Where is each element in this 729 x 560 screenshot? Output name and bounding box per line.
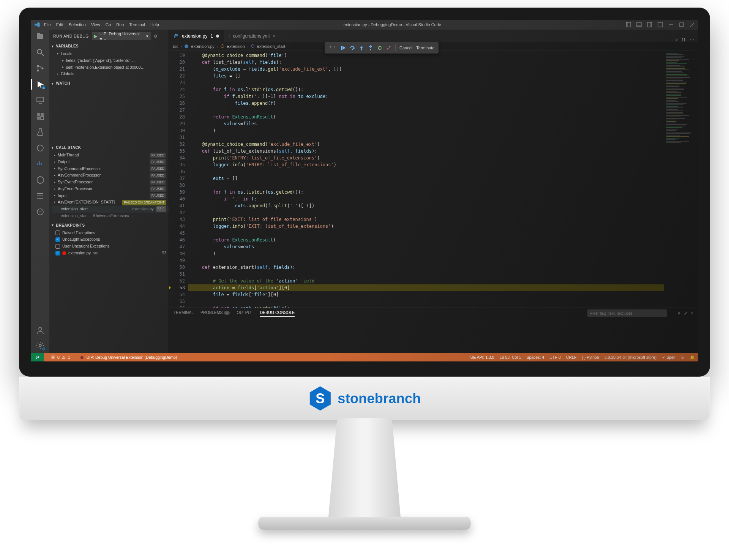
spell-status[interactable]: ✓ Spell	[662, 355, 675, 360]
breakpoint-file[interactable]: ✓extension.pysrc53	[53, 250, 169, 257]
stack-frame[interactable]: extension_startextension.py53:1	[52, 206, 169, 213]
language-status[interactable]: { } Python	[582, 355, 599, 360]
callstack-header[interactable]: ▾CALL STACK	[49, 144, 169, 151]
menu-file[interactable]: File	[44, 22, 51, 27]
extensions-icon[interactable]	[36, 112, 45, 121]
eol-status[interactable]: CRLF	[566, 355, 576, 360]
explorer-icon[interactable]	[36, 32, 45, 41]
debug-status[interactable]: 🐞 UIP: Debug Universal Extension (Debugg…	[77, 353, 180, 361]
menu-view[interactable]: View	[91, 22, 100, 27]
tab-output[interactable]: OUTPUT	[237, 310, 253, 316]
account-icon[interactable]	[36, 326, 45, 335]
expand-icon[interactable]: ⤢	[684, 311, 687, 315]
svg-point-33	[39, 327, 42, 330]
run-debug-icon[interactable]: 1	[36, 80, 45, 89]
layout-icon[interactable]	[626, 22, 631, 27]
tab-debug-console[interactable]: DEBUG CONSOLE	[260, 310, 295, 317]
layout2-icon[interactable]	[647, 22, 652, 27]
thread-row[interactable]: ▸SynCommandProcessorPAUSED	[52, 166, 169, 172]
indent-status[interactable]: Spaces: 4	[526, 355, 544, 360]
variables-header[interactable]: ▾VARIABLES	[49, 43, 169, 50]
interpreter-status[interactable]: 3.8.10 64-bit (microsoft store)	[604, 355, 656, 360]
maximize-icon[interactable]	[679, 22, 684, 27]
menu-edit[interactable]: Edit	[56, 22, 63, 27]
step-into-icon[interactable]	[359, 45, 364, 50]
clear-icon[interactable]: ≡	[678, 311, 680, 315]
globals-node[interactable]: ▸Globals	[55, 71, 169, 77]
run-icon[interactable]: ▷	[675, 37, 678, 42]
code-editor[interactable]: 1920212223242526272829303132333435363738…	[169, 50, 698, 308]
config-gear-icon[interactable]: ⚙	[154, 34, 158, 39]
svg-point-13	[37, 65, 39, 67]
thread-row[interactable]: ▸SynEventProcessorPAUSED	[52, 179, 169, 186]
tab-close-icon[interactable]: ×	[273, 33, 275, 39]
step-over-icon[interactable]	[350, 45, 355, 50]
breakpoint-option[interactable]: ✓Uncaught Exceptions	[53, 236, 169, 243]
watch-header[interactable]: ▾WATCH	[49, 80, 169, 87]
testing-icon[interactable]	[36, 128, 45, 137]
list-icon[interactable]	[36, 191, 45, 200]
menu-bar[interactable]: File Edit Selection View Go Run Terminal…	[44, 22, 159, 27]
more-icon[interactable]: ⋯	[690, 37, 694, 42]
search-icon[interactable]	[36, 48, 45, 57]
tab-extension-py[interactable]: extension.py 1	[169, 30, 224, 42]
tab-terminal[interactable]: TERMINAL	[174, 310, 194, 316]
more-icon[interactable]: ⋯	[161, 34, 165, 39]
terminate-button[interactable]: Terminate	[416, 46, 434, 50]
customize-icon[interactable]	[658, 22, 663, 27]
menu-help[interactable]: Help	[150, 22, 159, 27]
restart-icon[interactable]	[377, 45, 382, 50]
minimize-icon[interactable]	[668, 22, 674, 27]
drag-handle-icon[interactable]: ⋮⋮	[328, 46, 337, 50]
menu-go[interactable]: Go	[106, 22, 111, 27]
remote-indicator[interactable]	[31, 353, 44, 361]
panel-icon[interactable]	[636, 22, 642, 27]
menu-run[interactable]: Run	[116, 22, 124, 27]
debug-toolbar[interactable]: ⋮⋮ Cancel Terminate	[325, 42, 439, 54]
svg-rect-37	[341, 46, 342, 50]
step-out-icon[interactable]	[368, 45, 373, 50]
filter-input[interactable]: Filter (e.g. text, !exclude)	[587, 309, 667, 317]
tab-configurations-yml[interactable]: ! configurations.yml ×	[224, 30, 280, 42]
breakpoint-option[interactable]: User Uncaught Exceptions	[53, 243, 169, 250]
close-panel-icon[interactable]: ×	[691, 311, 693, 315]
var-fields[interactable]: ▸fields: {'action': ['Append'], 'content…	[55, 57, 169, 64]
locals-node[interactable]: ▾Locals	[55, 50, 169, 57]
var-self[interactable]: ▸self: <extension.Extension object at 0x…	[55, 64, 169, 71]
thread-row[interactable]: ▸OutputPAUSED	[52, 159, 169, 166]
stack-frame-dim[interactable]: extension_start …/UniversalExtension/…	[52, 213, 169, 219]
gear-icon[interactable]	[36, 341, 45, 350]
feedback-icon[interactable]: ☺	[680, 355, 685, 360]
minimap[interactable]	[664, 50, 698, 308]
debug-config-dropdown[interactable]: ▶ UIP: Debug Universal E… ▾	[92, 32, 151, 40]
monitor-stand-neck	[328, 418, 401, 517]
hex-icon[interactable]	[36, 175, 45, 185]
cancel-button[interactable]: Cancel	[399, 46, 412, 50]
docker-icon[interactable]	[36, 159, 45, 169]
close-icon[interactable]	[690, 22, 695, 27]
remote-icon[interactable]	[36, 96, 45, 105]
thread-row[interactable]: ▸AsyCommandProcessorPAUSED	[52, 172, 169, 179]
problems-status[interactable]: ⓧ 0 ⚠ 1	[49, 353, 73, 361]
circle-icon[interactable]	[36, 207, 45, 216]
cursor-position[interactable]: Ln 53, Col 1	[500, 355, 521, 360]
monitor-bezel: File Edit Selection View Go Run Terminal…	[19, 8, 710, 377]
references-icon[interactable]	[36, 144, 45, 153]
thread-row[interactable]: ▸AsyEventProcessorPAUSED	[52, 186, 169, 192]
thread-row[interactable]: ▸MainThreadPAUSED	[52, 152, 169, 159]
breakpoints-header[interactable]: ▾BREAKPOINTS	[49, 222, 169, 229]
thread-row[interactable]: ▸InputPAUSED	[52, 192, 169, 199]
notifications-icon[interactable]: 🔔	[690, 355, 695, 360]
ueapi-status[interactable]: UE API: 1.3.0	[470, 355, 494, 360]
menu-selection[interactable]: Selection	[69, 22, 86, 27]
continue-icon[interactable]	[341, 45, 346, 50]
breakpoint-option[interactable]: Raised Exceptions	[53, 230, 169, 237]
tab-problems[interactable]: PROBLEMS1	[200, 310, 230, 316]
encoding-status[interactable]: UTF-8	[549, 355, 561, 360]
disconnect-icon[interactable]	[386, 45, 391, 50]
scm-icon[interactable]	[36, 64, 45, 73]
menu-terminal[interactable]: Terminal	[129, 22, 145, 27]
split-icon[interactable]: ⫿⫿	[682, 37, 686, 42]
thread-row-active[interactable]: ▾AsyEvent[EXTENSION_START]PAUSED ON BREA…	[52, 199, 169, 206]
monitor-chin: S stonebranch	[19, 377, 710, 420]
